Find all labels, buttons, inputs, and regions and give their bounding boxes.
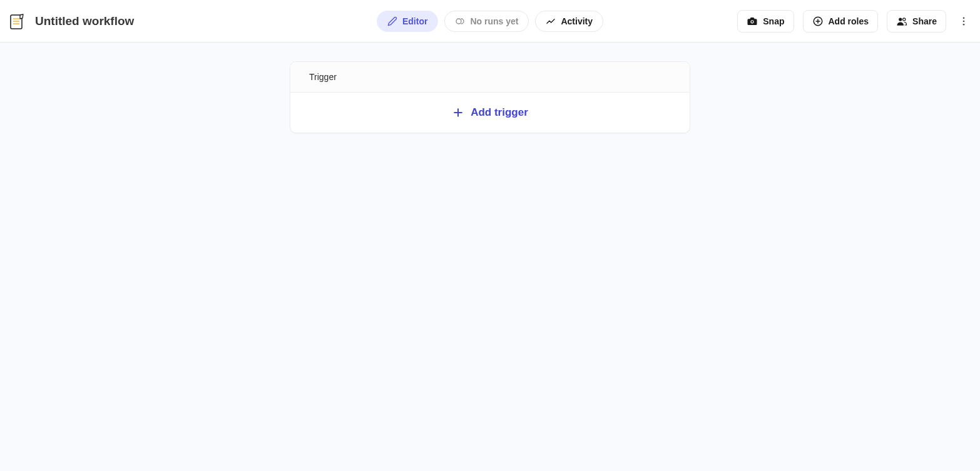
pencil-icon <box>387 16 397 26</box>
add-roles-button-label: Add roles <box>829 16 869 26</box>
camera-icon <box>747 16 758 27</box>
tab-editor-label: Editor <box>402 16 427 26</box>
workflow-title[interactable]: Untitled workflow <box>35 14 134 28</box>
trigger-card: Trigger Add trigger <box>290 61 690 133</box>
svg-point-4 <box>456 19 461 24</box>
people-icon <box>896 16 907 27</box>
svg-point-10 <box>899 18 902 21</box>
svg-point-6 <box>752 21 753 23</box>
snap-button-label: Snap <box>763 16 784 26</box>
share-button[interactable]: Share <box>887 10 946 33</box>
svg-point-14 <box>963 23 965 25</box>
header-right: Snap Add roles Share <box>737 10 972 33</box>
plus-circle-icon <box>812 16 824 27</box>
app-header: Untitled workflow Editor No runs yet <box>0 0 980 43</box>
workflow-canvas[interactable]: Trigger Add trigger <box>0 43 980 471</box>
trigger-card-header: Trigger <box>290 62 690 93</box>
activity-icon <box>546 16 556 26</box>
runs-icon <box>455 16 465 26</box>
svg-point-13 <box>963 20 965 22</box>
more-menu-button[interactable] <box>955 13 972 30</box>
tab-no-runs: No runs yet <box>444 11 529 32</box>
header-left: Untitled workflow <box>8 12 134 31</box>
add-trigger-button[interactable]: Add trigger <box>290 93 690 133</box>
add-roles-button[interactable]: Add roles <box>803 10 879 33</box>
tab-activity-label: Activity <box>561 16 593 26</box>
snap-button[interactable]: Snap <box>737 10 794 33</box>
tab-activity[interactable]: Activity <box>535 11 603 32</box>
workflow-document-icon[interactable] <box>8 12 26 31</box>
more-vertical-icon <box>958 16 969 27</box>
svg-point-12 <box>963 17 965 19</box>
plus-icon <box>452 106 464 119</box>
share-button-label: Share <box>912 16 937 26</box>
svg-point-11 <box>903 18 906 20</box>
tab-no-runs-label: No runs yet <box>470 16 518 26</box>
tab-editor[interactable]: Editor <box>377 11 438 32</box>
add-trigger-label: Add trigger <box>471 106 528 119</box>
header-center-tabs: Editor No runs yet Activity <box>377 11 603 32</box>
